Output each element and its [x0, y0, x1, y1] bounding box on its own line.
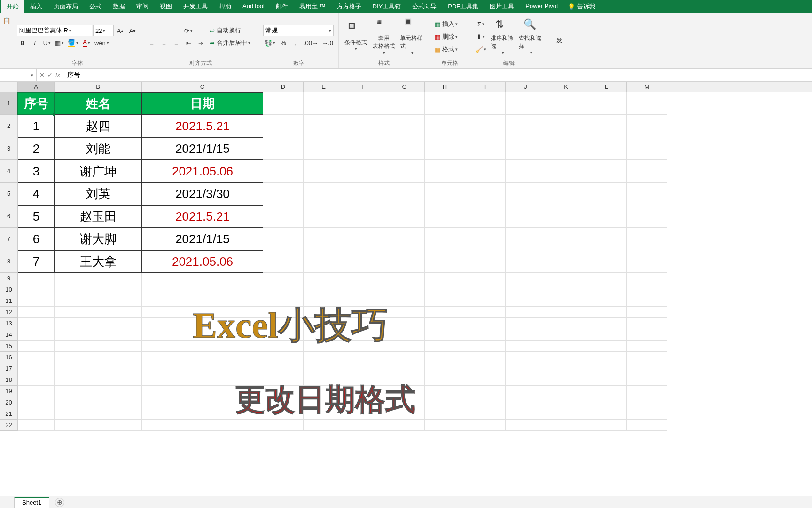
cell[interactable]: [344, 363, 384, 374]
cell[interactable]: [546, 318, 586, 329]
column-header[interactable]: I: [465, 82, 506, 92]
cell[interactable]: [627, 352, 667, 363]
menu-tab[interactable]: 开发工具: [178, 0, 213, 13]
cell[interactable]: [546, 386, 586, 397]
cell[interactable]: [506, 374, 546, 386]
italic-button[interactable]: I: [29, 37, 40, 48]
cell[interactable]: [18, 295, 55, 307]
cell[interactable]: [55, 329, 142, 341]
cell[interactable]: [465, 386, 506, 397]
cell[interactable]: 7: [18, 250, 55, 273]
cell[interactable]: [546, 284, 586, 295]
cell[interactable]: [55, 341, 142, 352]
cell[interactable]: [586, 374, 627, 386]
cell[interactable]: [425, 295, 465, 307]
cell[interactable]: [344, 228, 384, 250]
row-header[interactable]: 3: [0, 137, 18, 160]
cell[interactable]: [546, 137, 586, 160]
cell[interactable]: 刘英: [55, 183, 142, 205]
cell[interactable]: [425, 374, 465, 386]
cell[interactable]: [506, 352, 546, 363]
cell[interactable]: [18, 352, 55, 363]
cell[interactable]: 赵玉田: [55, 205, 142, 228]
cell[interactable]: [304, 92, 344, 115]
cell[interactable]: [506, 205, 546, 228]
cell[interactable]: [55, 374, 142, 386]
cell[interactable]: [506, 137, 546, 160]
cell[interactable]: [546, 352, 586, 363]
cell[interactable]: [546, 408, 586, 420]
cell[interactable]: 序号: [18, 92, 55, 115]
column-header[interactable]: J: [506, 82, 546, 92]
cell[interactable]: [465, 137, 506, 160]
cell[interactable]: [465, 329, 506, 341]
cell[interactable]: [384, 137, 425, 160]
cell[interactable]: [465, 284, 506, 295]
row-header[interactable]: 7: [0, 228, 18, 250]
cell[interactable]: [627, 284, 667, 295]
cell[interactable]: [55, 273, 142, 284]
row-header[interactable]: 14: [0, 329, 18, 341]
cell[interactable]: [506, 420, 546, 431]
phonetic-button[interactable]: wén▾: [93, 37, 110, 48]
cell[interactable]: [18, 363, 55, 374]
cell[interactable]: [506, 273, 546, 284]
menu-tab[interactable]: PDF工具集: [442, 0, 484, 13]
cell[interactable]: [425, 228, 465, 250]
cell[interactable]: [627, 137, 667, 160]
cell[interactable]: [384, 329, 425, 341]
cell[interactable]: [344, 250, 384, 273]
confirm-formula-button[interactable]: ✓: [47, 71, 53, 79]
cell[interactable]: [465, 307, 506, 318]
cell[interactable]: [18, 397, 55, 408]
currency-button[interactable]: 💱▾: [263, 37, 277, 48]
cell[interactable]: [546, 250, 586, 273]
cell[interactable]: [55, 408, 142, 420]
row-header[interactable]: 4: [0, 160, 18, 183]
insert-cells-button[interactable]: ▦插入▾: [433, 18, 466, 30]
cell[interactable]: [425, 352, 465, 363]
column-header[interactable]: F: [344, 82, 384, 92]
cell[interactable]: [586, 363, 627, 374]
cell[interactable]: [18, 386, 55, 397]
cell[interactable]: [384, 160, 425, 183]
column-header[interactable]: K: [546, 82, 586, 92]
cell[interactable]: [627, 307, 667, 318]
cell[interactable]: 谢大脚: [55, 228, 142, 250]
cell[interactable]: [586, 408, 627, 420]
cell[interactable]: [627, 160, 667, 183]
cell[interactable]: [142, 420, 263, 431]
cell[interactable]: [142, 273, 263, 284]
number-format-dropdown[interactable]: 常规▾: [263, 25, 334, 36]
cell[interactable]: 日期: [142, 92, 263, 115]
cell[interactable]: [344, 352, 384, 363]
cell[interactable]: [55, 295, 142, 307]
fx-button[interactable]: fx: [55, 71, 60, 79]
cell[interactable]: [304, 228, 344, 250]
cell[interactable]: [586, 92, 627, 115]
cell[interactable]: [18, 273, 55, 284]
decrease-font-button[interactable]: A▾: [127, 25, 138, 36]
cell[interactable]: [384, 273, 425, 284]
cell[interactable]: [627, 183, 667, 205]
cell[interactable]: [263, 352, 304, 363]
menu-tab[interactable]: 审阅: [131, 0, 154, 13]
cell[interactable]: [506, 183, 546, 205]
cell[interactable]: 刘能: [55, 137, 142, 160]
cell[interactable]: [384, 183, 425, 205]
wrap-text-button[interactable]: ↩自动换行: [208, 25, 250, 36]
row-header[interactable]: 19: [0, 386, 18, 397]
cell[interactable]: [465, 397, 506, 408]
row-header[interactable]: 17: [0, 363, 18, 374]
cell[interactable]: [142, 284, 263, 295]
cell[interactable]: [546, 92, 586, 115]
cell[interactable]: [546, 374, 586, 386]
row-header[interactable]: 18: [0, 374, 18, 386]
cell[interactable]: [586, 228, 627, 250]
cell[interactable]: 赵四: [55, 115, 142, 137]
cell[interactable]: [384, 420, 425, 431]
row-header[interactable]: 20: [0, 397, 18, 408]
cell[interactable]: [586, 273, 627, 284]
cell[interactable]: 5: [18, 205, 55, 228]
cell[interactable]: [627, 363, 667, 374]
